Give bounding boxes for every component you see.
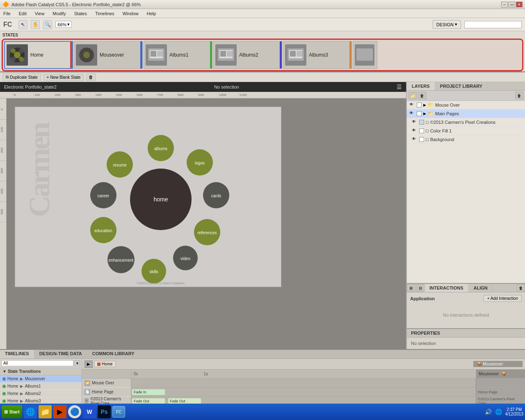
- close-button[interactable]: ✕: [516, 2, 523, 7]
- state-thumb-more[interactable]: [353, 41, 377, 69]
- tab-interactions[interactable]: INTERACTIONS: [425, 284, 469, 292]
- menu-timelines[interactable]: Timelines: [94, 10, 116, 17]
- svg-point-5: [11, 57, 16, 62]
- layer-name-copyright: ©2013 Carmen's Pixel Creations: [430, 120, 495, 125]
- visibility-check-mouseover[interactable]: [417, 103, 422, 107]
- layer-item-colorfill[interactable]: 👁 □ Color Fill 1: [407, 127, 525, 135]
- state-thumb-mouseover[interactable]: Mouseover: [74, 41, 143, 69]
- canvas-ruler-horizontal: 0 100 200 300 400 500 600 700 800 900 10…: [0, 92, 406, 98]
- track-block-fadein[interactable]: Fade In: [132, 389, 165, 395]
- tab-project-library[interactable]: PROJECT LIBRARY: [435, 82, 488, 90]
- home-state-dot: [97, 363, 100, 366]
- layer-item-mouseover[interactable]: 👁 ▶ 📁 Mouse Over: [407, 101, 525, 110]
- menu-states[interactable]: States: [73, 10, 89, 17]
- state-label-home: Home: [30, 52, 43, 58]
- duplicate-state-button[interactable]: ⧉ Duplicate State: [2, 73, 41, 81]
- app-logo: FC: [3, 21, 12, 28]
- state-thumb-albums2[interactable]: Albums2: [213, 41, 282, 69]
- taskbar-clock: 2:37 PM 4/12/2013: [505, 407, 524, 416]
- visibility-check-mainpages[interactable]: [417, 111, 422, 116]
- interactions-trash-button[interactable]: 🗑: [517, 284, 525, 292]
- layer-item-mainpages[interactable]: 👁 ▶ 📁 Main Pages: [407, 110, 525, 118]
- delete-state-button[interactable]: 🗑: [86, 73, 96, 81]
- zoom-tool[interactable]: 🔍: [43, 20, 52, 29]
- tab-common-library[interactable]: COMMON LIBRARY: [87, 350, 140, 358]
- track-block-fadeout2[interactable]: Fade Out: [168, 398, 201, 404]
- menu-view[interactable]: View: [33, 10, 46, 17]
- minimize-button[interactable]: ─: [501, 2, 508, 7]
- layers-new-group-button[interactable]: 📁: [409, 92, 417, 99]
- canvas-menu-icon[interactable]: ☰: [397, 84, 402, 90]
- visibility-check-colorfill[interactable]: [419, 128, 424, 133]
- menu-help[interactable]: Help: [145, 10, 158, 17]
- arrow-icon-3: ▶: [20, 391, 23, 396]
- timeline-row-home-albums2[interactable]: Home ▶ Albums2: [0, 390, 82, 397]
- state-icon-home: [7, 44, 28, 66]
- taskbar-media-icon[interactable]: ▶: [53, 405, 66, 418]
- state-thumb-home[interactable]: Home: [4, 41, 73, 69]
- menu-window[interactable]: Window: [121, 10, 140, 17]
- menu-file[interactable]: File: [2, 10, 12, 17]
- collapse-icon: ▼: [2, 369, 7, 374]
- tab-align[interactable]: ALIGN: [469, 284, 493, 292]
- start-button[interactable]: ⊞ Start: [2, 405, 22, 418]
- layer-item-copyright[interactable]: 👁 □ ©2013 Carmen's Pixel Creations: [407, 118, 525, 127]
- tab-layers[interactable]: LAYERS: [407, 82, 435, 90]
- timeline-search-input[interactable]: [1, 360, 73, 366]
- interactions-icon-1[interactable]: ⊞: [407, 284, 415, 292]
- arrow-icon-mouseover: ▶: [423, 103, 426, 107]
- menu-modify[interactable]: Modify: [51, 10, 67, 17]
- toolbar-right: DESIGN ▾: [433, 20, 522, 29]
- menu-edit[interactable]: Edit: [17, 10, 28, 17]
- timeline-dot-3: [2, 392, 6, 395]
- play-button[interactable]: ▶: [84, 361, 93, 368]
- folder-icon-mouseover: 📁: [428, 103, 434, 108]
- taskbar-fc-app[interactable]: FC: [112, 406, 125, 418]
- interactions-content: Application + Add Interaction No interac…: [407, 292, 525, 328]
- mouseover-column-header: Mouseover 📦: [476, 370, 525, 378]
- pointer-tool[interactable]: ↖: [18, 20, 27, 29]
- design-mode-button[interactable]: DESIGN ▾: [433, 20, 461, 29]
- taskbar-folder-icon[interactable]: 📁: [39, 405, 52, 418]
- taskbar-ie-icon[interactable]: 🌐: [24, 405, 37, 418]
- window-controls: ─ ▭ ✕: [501, 2, 523, 7]
- track-block-fadeout1[interactable]: Fade Out: [132, 398, 165, 404]
- layers-delete-button[interactable]: 🗑: [418, 92, 426, 99]
- timeline-row-home-albums1[interactable]: Home ▶ Albums1: [0, 383, 82, 390]
- search-input[interactable]: [464, 21, 522, 28]
- canvas-area: Electronic Portfolio_state2 No selection…: [0, 82, 406, 349]
- visibility-check-background[interactable]: [419, 137, 424, 142]
- taskbar-date-text: 4/12/2013: [505, 412, 524, 416]
- hand-tool[interactable]: ✋: [31, 20, 40, 29]
- timeline-filter-button[interactable]: ▾: [74, 360, 80, 366]
- add-interaction-button[interactable]: + Add Interaction: [484, 295, 522, 302]
- titlebar: 🔶 Adobe Flash Catalyst CS5.5 - Electroni…: [0, 0, 525, 9]
- layers-trash-button[interactable]: 🗑: [515, 92, 523, 99]
- timeline-transitions-label: ▼ State Transitions: [0, 368, 82, 375]
- svg-point-2: [11, 48, 16, 53]
- timeline-row-home-mouseover[interactable]: Home ▶ Mouseover: [0, 375, 82, 383]
- taskbar-chrome-icon[interactable]: 🔵: [68, 405, 81, 418]
- taskbar-time-text: 2:37 PM: [505, 407, 524, 412]
- design-canvas: Carmen home albums logos: [15, 107, 281, 287]
- state-label-albums1: Albums1: [169, 52, 189, 58]
- visibility-check-copyright[interactable]: [419, 120, 424, 125]
- taskbar: ⊞ Start 🌐 📁 ▶ 🔵 W Ps FC 🔊 🌐 2:37 PM 4/12…: [0, 404, 525, 420]
- zoom-selector[interactable]: 66% ▾: [55, 21, 72, 28]
- taskbar-word-icon[interactable]: W: [83, 405, 96, 418]
- new-blank-state-button[interactable]: + New Blank State: [43, 74, 84, 81]
- tab-timelines[interactable]: TIMELINES: [0, 350, 34, 358]
- taskbar-ps-icon[interactable]: Ps: [98, 405, 111, 418]
- interactions-icon-2[interactable]: ⊟: [416, 284, 425, 292]
- state-color-bar-albums2: [280, 41, 282, 68]
- restore-button[interactable]: ▭: [509, 2, 515, 7]
- canvas-viewport[interactable]: Carmen home albums logos: [7, 98, 406, 349]
- properties-panel: PROPERTIES No selection: [407, 328, 525, 349]
- svg-point-4: [19, 57, 24, 62]
- eye-icon-copyright: 👁: [412, 119, 418, 125]
- state-thumb-albums3[interactable]: Albums3: [283, 41, 352, 69]
- state-thumb-albums1[interactable]: Albums1: [144, 41, 212, 69]
- track-label-mouseover: 📁 Mouse Over: [82, 379, 131, 388]
- layer-item-background[interactable]: 👁 □ Background: [407, 135, 525, 144]
- tab-design-time-data[interactable]: DESIGN-TIME DATA: [34, 350, 87, 358]
